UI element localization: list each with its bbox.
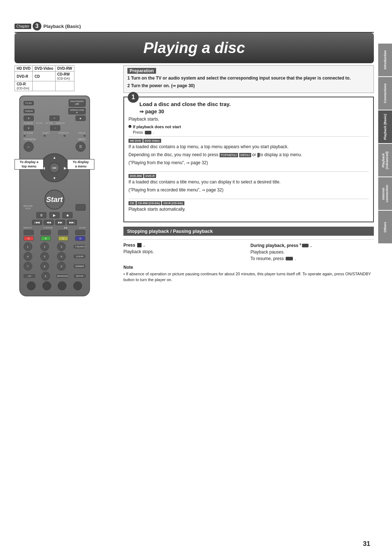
disc-type-table: HD DVD DVD-Video DVD-RW DVD-R CD CD-RW(C… xyxy=(15,65,74,91)
side-tab-playback-advanced[interactable]: Playback (Advanced) xyxy=(378,144,392,177)
cd-text-1: Playback starts automatically. xyxy=(128,206,369,212)
dvd-rw-text-1: If a loaded disc contains a title menu, … xyxy=(128,179,369,185)
prep-item-2: 2 Turn the power on. (⇒ page 30) xyxy=(127,83,370,89)
note-box: Note • If absence of operation or pictur… xyxy=(123,265,374,283)
chapter-header: Chapter 3 Playback (Basic) xyxy=(15,22,374,33)
btn-round-3 xyxy=(58,281,66,290)
disc-cd-rw: CD-RW(CD-DA) xyxy=(55,72,74,81)
btn-stop: ■ xyxy=(62,212,73,218)
disc-hd-dvd: HD DVD xyxy=(15,66,33,72)
label-slow: SLOW xyxy=(79,227,86,229)
hd-dvd-text-3: ("Playing from the top menu", ⇒ page 32) xyxy=(128,159,369,166)
btn-ok: OK xyxy=(49,162,60,173)
btn-setup: SETUP xyxy=(74,274,86,278)
btn-c: C xyxy=(58,236,68,241)
remote-numpad: 1 2 3 T.SEARCH 4 5 6 CLEAR 7 8 9 xyxy=(24,242,86,290)
btn-1: 1 xyxy=(24,242,32,251)
label-angle: ANGLE xyxy=(78,132,85,134)
remote-row-topmenu-btns: ⌂ ☰ xyxy=(24,142,86,152)
btn-tv-io: TV I/O xyxy=(24,101,34,105)
btn-7: 7 xyxy=(24,262,32,271)
btn-open-close: OPEN/CLOSE▲ xyxy=(68,108,85,114)
btn-a: A xyxy=(24,236,34,241)
remote-row-4: ∨ − xyxy=(24,125,86,131)
btn-vol-down: − xyxy=(50,125,60,131)
btn-fwd: ▶▶ xyxy=(55,220,65,225)
remote-row-misc xyxy=(24,230,86,235)
btn-angle xyxy=(83,135,86,137)
btn-round-4 xyxy=(73,281,82,290)
resume-button-illus xyxy=(286,257,293,260)
cd-section: CD CD-RW (CD-DA) CD-R (CD-DA) Playback s… xyxy=(128,199,369,216)
prep-text-2: Turn the power on. (⇒ page 30) xyxy=(131,83,195,88)
main-content: HD DVD DVD-Video DVD-RW DVD-R CD CD-RW(C… xyxy=(15,65,374,533)
remote-row-bottom xyxy=(24,281,86,290)
btn-menu: ☰ xyxy=(75,142,86,152)
hd-dvd-text-2: Depending on the disc, you may need to p… xyxy=(128,151,369,158)
btn-d: D xyxy=(75,236,85,241)
btn-6: 6 xyxy=(57,252,66,261)
start-label: Start xyxy=(45,190,65,210)
btn-dimmer: DIMMER xyxy=(74,264,85,268)
nav-outer: ▲ ▼ ◀ ▶ OK xyxy=(40,153,69,182)
btn-vol-up: + xyxy=(49,116,60,121)
side-tab-internet[interactable]: Internet connection xyxy=(378,177,392,210)
prep-title: Preparation xyxy=(127,68,156,74)
play-button-illus xyxy=(145,131,151,134)
pause-text: Playback pauses. xyxy=(250,250,374,255)
btn-0: 0 xyxy=(41,272,50,280)
pause-button-illus xyxy=(302,244,309,247)
side-tab-connections[interactable]: Connections xyxy=(378,77,392,110)
preparation-box: Preparation 1 Turn on the TV or audio sy… xyxy=(123,65,374,93)
btn-tsearch: T.SEARCH xyxy=(74,245,85,248)
disc-dvd-r: DVD-R xyxy=(15,72,33,81)
btn-tv-code xyxy=(24,135,26,137)
nav-down: ▼ xyxy=(53,176,56,180)
btn-ch-up: ∧ xyxy=(24,116,34,121)
btn-3: 3 xyxy=(57,242,66,251)
side-tab-introduction[interactable]: Introduction xyxy=(378,44,392,76)
disc-empty-2 xyxy=(55,81,74,91)
label-subtitle: SUBTITLE xyxy=(58,132,69,134)
cd-format-row: CD CD-RW (CD-DA) CD-R (CD-DA) xyxy=(128,201,369,205)
btn-play: ▶ xyxy=(49,212,60,218)
callout-right: To displaya menu xyxy=(67,159,94,170)
hd-dvd-format-row: HD DVD DVD-Video xyxy=(128,139,369,143)
step-1-number: 1 xyxy=(128,92,139,103)
page-title: Playing a disc xyxy=(25,39,363,57)
badge-cd: CD xyxy=(128,201,136,205)
prep-num-1: 1 xyxy=(127,76,131,81)
label-display: DISPLAY xyxy=(56,122,65,124)
label-tv-code: TV CODE xyxy=(24,132,33,134)
stop-grid: Press . Playback stops. During playback,… xyxy=(123,239,374,261)
btn-tv-dvd: TV/DVD xyxy=(24,109,34,113)
remote-row-123: 1 2 3 T.SEARCH xyxy=(24,242,86,251)
btn-4: 4 xyxy=(24,252,32,261)
page-number: 31 xyxy=(363,540,370,548)
btn-subtitle xyxy=(64,135,66,137)
badge-dvd-video: DVD-Video xyxy=(143,139,161,143)
disc-cd-r: CD-R(CD-DA) xyxy=(15,81,33,91)
btn-next-chapter: ▶▶| xyxy=(67,220,77,225)
dvd-rw-section: DVD-RW DVD-R If a loaded disc contains a… xyxy=(128,171,369,197)
bullet-dot xyxy=(128,125,131,128)
btn-ch-down: ∨ xyxy=(24,125,34,131)
remote-row-456: 4 5 6 CLEAR xyxy=(24,252,86,261)
prep-num-2: 2 xyxy=(127,83,131,88)
remote-row-3: ∧ + ▲ xyxy=(24,116,86,121)
btn-round-2 xyxy=(42,281,51,290)
remote-label-row-2: TV CODE AUDIO SUBTITLE ANGLE xyxy=(24,132,86,134)
label-repeat: REPEAT xyxy=(24,227,32,229)
side-tab-others[interactable]: Others xyxy=(378,211,392,243)
left-column: HD DVD DVD-Video DVD-RW DVD-R CD CD-RW(C… xyxy=(15,65,116,296)
hd-dvd-text-1: If a loaded disc contains a top menu, a … xyxy=(128,143,369,150)
remote-row-5 xyxy=(24,135,86,137)
btn-rew: ◀◀ xyxy=(44,220,54,225)
side-tab-playback-basic[interactable]: Playback (Basic) xyxy=(378,110,392,143)
btn-5: 5 xyxy=(40,252,49,261)
side-tabs: Introduction Connections Playback (Basic… xyxy=(378,44,392,243)
remote-row-0: +10 0 MAIN/SUB SETUP xyxy=(24,272,86,280)
stop-left: Press . Playback stops. xyxy=(123,243,247,261)
label-audio: AUDIO xyxy=(42,132,49,134)
btn-b: B xyxy=(41,236,51,241)
